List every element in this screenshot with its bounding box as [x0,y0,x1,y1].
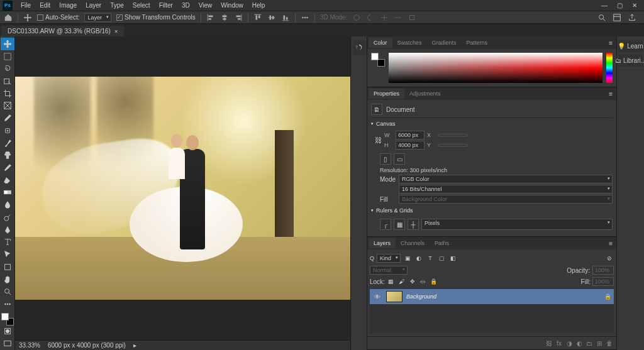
3d-scale-icon[interactable] [408,13,416,22]
frame-tool[interactable] [1,100,14,112]
path-select-tool[interactable] [1,248,14,261]
edit-toolbar[interactable] [1,298,14,310]
layer-style-icon[interactable]: fx [555,339,564,347]
object-select-tool[interactable] [1,75,14,87]
color-swatches[interactable] [1,313,14,325]
history-panel-icon[interactable] [353,40,365,55]
statusbar-chevron-icon[interactable]: ▸ [133,342,136,349]
group-icon[interactable]: 🗀 [585,339,594,347]
quick-mask-icon[interactable] [1,325,14,338]
link-layers-icon[interactable]: ⛓ [545,339,553,347]
lock-transparency-icon[interactable]: ▦ [387,277,396,286]
home-icon[interactable] [4,13,13,22]
menu-help[interactable]: Help [248,1,270,10]
visibility-icon[interactable]: 👁 [372,293,382,300]
layer-mask-icon[interactable]: ◑ [565,339,574,347]
crop-tool[interactable] [1,87,14,100]
depth-dropdown[interactable]: 16 Bits/Channel [399,185,613,194]
show-transform-checkbox[interactable]: Show Transform Controls [116,14,196,21]
menu-select[interactable]: Select [128,1,155,10]
zoom-level[interactable]: 33.33% [19,342,40,349]
marquee-tool[interactable] [1,50,14,63]
layer-row[interactable]: 👁 Background 🔒 [370,289,614,304]
menu-filter[interactable]: Filter [155,1,177,10]
canvas-viewport[interactable] [15,36,350,340]
more-options-icon[interactable] [301,13,309,22]
adjustment-layer-icon[interactable]: ◐ [575,339,584,347]
new-layer-icon[interactable]: ⊞ [595,339,604,347]
tab-paths[interactable]: Paths [430,238,454,248]
menu-type[interactable]: Type [106,1,128,10]
dodge-tool[interactable] [1,211,14,224]
hand-tool[interactable] [1,273,14,286]
grid-icon[interactable]: ▦ [394,219,405,230]
eraser-tool[interactable] [1,174,14,187]
canvas-section-header[interactable]: Canvas [371,118,613,129]
lock-pixels-icon[interactable]: 🖌 [397,277,406,286]
gradient-tool[interactable] [1,187,14,199]
close-tab-icon[interactable]: × [114,28,118,35]
rulers-icon[interactable]: ┌ [380,219,391,230]
blur-tool[interactable] [1,199,14,211]
tab-layers[interactable]: Layers [369,238,396,248]
align-right-icon[interactable] [234,13,243,22]
orientation-landscape-icon[interactable]: ▭ [394,153,405,165]
menu-image[interactable]: Image [55,1,81,10]
tab-gradients[interactable]: Gradients [427,38,462,48]
clone-stamp-tool[interactable] [1,149,14,161]
align-vcenter-icon[interactable] [267,13,276,22]
orientation-portrait-icon[interactable]: ▯ [380,153,391,165]
delete-layer-icon[interactable]: 🗑 [605,339,614,347]
tab-patterns[interactable]: Patterns [462,38,493,48]
align-hcenter-icon[interactable] [220,13,229,22]
3d-pan-icon[interactable] [380,13,389,22]
guides-icon[interactable]: ┼ [408,219,419,230]
width-input[interactable]: 6000 px [396,131,425,139]
filter-type-icon[interactable]: T [426,254,435,263]
panel-menu-icon[interactable]: ≡ [605,90,616,97]
lock-all-icon[interactable]: 🔒 [430,277,438,286]
libraries-panel-button[interactable]: 🗂 Librari... [619,55,643,67]
auto-select-target[interactable]: Layer [84,13,111,22]
shape-tool[interactable] [1,261,14,273]
height-input[interactable]: 4000 px [396,141,425,150]
link-wh-icon[interactable]: ⛓ [375,136,382,144]
tab-adjustments[interactable]: Adjustments [404,89,446,99]
tab-channels[interactable]: Channels [396,238,430,248]
window-minimize[interactable]: — [600,1,609,10]
panel-menu-icon[interactable]: ≡ [605,240,616,247]
window-maximize[interactable]: ▢ [615,1,624,10]
rulers-section-header[interactable]: Rulers & Grids [371,205,613,216]
healing-tool[interactable] [1,124,14,137]
tab-properties[interactable]: Properties [369,89,404,99]
mode-dropdown[interactable]: RGB Color [399,175,613,183]
hue-strip[interactable] [606,53,613,83]
auto-select-checkbox[interactable]: Auto-Select: [37,14,79,21]
screen-mode-icon[interactable] [1,337,14,350]
kind-filter[interactable]: Kind [377,254,401,263]
tab-swatches[interactable]: Swatches [392,38,427,48]
3d-orbit-icon[interactable] [352,13,361,22]
lock-icon[interactable]: 🔒 [604,293,611,300]
eyedropper-tool[interactable] [1,112,14,124]
panel-menu-icon[interactable]: ≡ [605,40,616,46]
3d-slide-icon[interactable] [394,13,402,22]
foreground-color-swatch[interactable] [1,313,9,320]
search-icon[interactable] [597,13,606,22]
move-tool[interactable] [1,38,14,50]
color-ramp[interactable] [389,53,602,83]
zoom-tool[interactable] [1,285,14,298]
menu-file[interactable]: File [16,1,35,10]
filter-image-icon[interactable]: ▣ [403,254,412,263]
align-top-icon[interactable] [253,13,262,22]
units-dropdown[interactable]: Pixels [421,219,613,230]
3d-roll-icon[interactable] [366,13,375,22]
menu-layer[interactable]: Layer [81,1,106,10]
filter-adjust-icon[interactable]: ◐ [414,254,423,263]
menu-view[interactable]: View [194,1,217,10]
lock-position-icon[interactable]: ✥ [408,277,417,286]
filter-smart-icon[interactable]: ◧ [448,254,457,263]
tab-color[interactable]: Color [369,38,392,48]
history-brush-tool[interactable] [1,161,14,174]
learn-panel-button[interactable]: 💡 Learn [619,40,643,52]
